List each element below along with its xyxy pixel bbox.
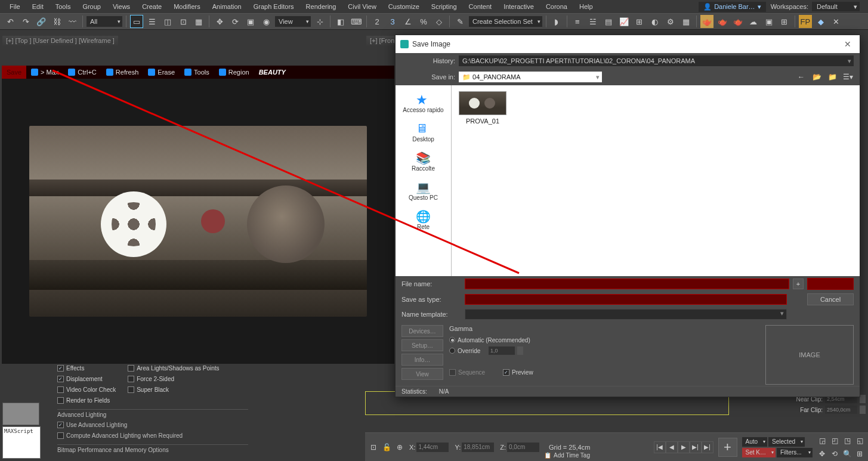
key-filters-button[interactable]: Filters... bbox=[777, 448, 813, 457]
cfb-save-button[interactable]: Save bbox=[2, 66, 26, 79]
isolate-selection-icon[interactable]: ⊡ bbox=[367, 441, 379, 453]
vp-nav-icon[interactable]: ⊞ bbox=[854, 448, 866, 460]
placement-button[interactable]: ◉ bbox=[260, 15, 273, 28]
user-account[interactable]: 👤Daniele Bar…▾ bbox=[699, 2, 765, 12]
link-button[interactable]: 🔗 bbox=[35, 15, 48, 28]
selection-set-dropdown[interactable]: Create Selection Set bbox=[469, 16, 542, 27]
reference-coord-dropdown[interactable]: View bbox=[275, 16, 311, 27]
coord-x-input[interactable]: 1,44cm bbox=[416, 443, 449, 452]
render-activeshade-button[interactable]: 🫖 bbox=[731, 15, 745, 28]
viewport-label[interactable]: [+] [Top ] [User Defined ] [Wireframe ] bbox=[2, 36, 118, 45]
redo-button[interactable]: ↷ bbox=[19, 15, 32, 28]
cancel-button[interactable]: Cancel bbox=[807, 293, 854, 305]
opt-effects[interactable]: ✓Effects bbox=[57, 363, 116, 373]
menu-modifiers[interactable]: Modifiers bbox=[168, 1, 206, 13]
spinner-snap-button[interactable]: ◇ bbox=[433, 15, 446, 28]
menu-views[interactable]: Views bbox=[107, 1, 136, 13]
menu-tools[interactable]: Tools bbox=[50, 1, 77, 13]
select-by-name-button[interactable]: ☰ bbox=[146, 15, 159, 28]
schematic-view-button[interactable]: ⊞ bbox=[633, 15, 646, 28]
cfb-copy-button[interactable]: Ctrl+C bbox=[63, 66, 101, 79]
cfb-to-max-button[interactable]: > Max bbox=[26, 66, 63, 79]
mirror-button[interactable]: ◗ bbox=[550, 15, 563, 28]
render-setup-button[interactable]: ⚙ bbox=[664, 15, 677, 28]
opt-super-black[interactable]: Super Black bbox=[128, 384, 219, 395]
goto-end-button[interactable]: ▶| bbox=[702, 441, 713, 453]
menu-rendering[interactable]: Rendering bbox=[300, 1, 342, 13]
vp-nav-icon[interactable]: ⟲ bbox=[829, 448, 841, 460]
cfb-tools-button[interactable]: Tools bbox=[180, 66, 214, 79]
percent-snap-button[interactable]: % bbox=[417, 15, 430, 28]
rotate-button[interactable]: ⟳ bbox=[228, 15, 242, 28]
gamma-override-input[interactable]: 1,0 bbox=[489, 346, 515, 355]
back-icon[interactable]: ← bbox=[795, 71, 807, 83]
menu-content[interactable]: Content bbox=[463, 1, 498, 13]
vp-nav-icon[interactable]: ◱ bbox=[854, 435, 866, 447]
preview-checkbox[interactable]: ✓Preview bbox=[503, 369, 533, 376]
devices-button[interactable]: Devices… bbox=[401, 325, 443, 337]
viewport-label-front[interactable]: [+] [Fron bbox=[366, 36, 398, 45]
menu-interactive[interactable]: Interactive bbox=[498, 1, 540, 13]
opt-compute-adv-lighting[interactable]: Compute Advanced Lighting when Required bbox=[57, 430, 248, 441]
file-list[interactable]: PROVA_01 bbox=[452, 85, 860, 276]
render-prod-button[interactable]: 🫖 bbox=[700, 15, 713, 28]
menu-scripting[interactable]: Scripting bbox=[425, 1, 463, 13]
curve-editor-button[interactable]: 📈 bbox=[617, 15, 631, 28]
workspaces-dropdown[interactable]: Default bbox=[812, 2, 860, 11]
undo-button[interactable]: ↶ bbox=[4, 15, 17, 28]
opt-render-to-fields[interactable]: Render to Fields bbox=[57, 395, 116, 406]
absolute-mode-icon[interactable]: ⊕ bbox=[394, 441, 406, 453]
vp-nav-icon[interactable]: 🔍 bbox=[841, 448, 853, 460]
time-config-button[interactable]: + bbox=[718, 438, 737, 457]
vp-nav-icon[interactable]: ✥ bbox=[816, 448, 828, 460]
opt-video-color-check[interactable]: Video Color Check bbox=[57, 384, 116, 395]
edit-named-selection-button[interactable]: ✎ bbox=[453, 15, 467, 28]
prev-frame-button[interactable]: ◀ bbox=[666, 441, 678, 453]
forest-pack-button[interactable]: FP bbox=[799, 15, 812, 28]
view-button[interactable]: View bbox=[401, 368, 443, 380]
keyboard-shortcut-button[interactable]: ⌨ bbox=[350, 15, 363, 28]
angle-snap-button[interactable]: ∠ bbox=[401, 15, 415, 28]
select-object-button[interactable]: ▭ bbox=[130, 15, 143, 28]
set-key-button[interactable]: Set K… bbox=[742, 448, 776, 457]
menu-file[interactable]: File bbox=[4, 1, 26, 13]
select-region-crossing-button[interactable]: ▦ bbox=[192, 15, 205, 28]
panorama-button[interactable]: ⊞ bbox=[778, 15, 791, 28]
file-name-input[interactable] bbox=[465, 279, 789, 289]
name-template-dropdown[interactable]: ▾ bbox=[465, 309, 787, 320]
place-desktop[interactable]: 🖥Desktop bbox=[396, 119, 451, 145]
move-button[interactable]: ✥ bbox=[213, 15, 226, 28]
use-pivot-button[interactable]: ⊹ bbox=[313, 15, 326, 28]
snap-2d-button[interactable]: 2 bbox=[370, 15, 384, 28]
menu-group[interactable]: Group bbox=[76, 1, 107, 13]
vp-nav-icon[interactable]: ◰ bbox=[829, 435, 841, 447]
snap-3d-button[interactable]: 3 bbox=[386, 15, 399, 28]
save-as-type-dropdown[interactable] bbox=[465, 294, 787, 305]
menu-corona[interactable]: Corona bbox=[540, 1, 573, 13]
autokey-button[interactable]: Auto bbox=[742, 437, 768, 447]
opt-force-2sided[interactable]: Force 2-Sided bbox=[128, 373, 219, 384]
goto-start-button[interactable]: |◀ bbox=[654, 441, 666, 453]
toggle-ribbon-button[interactable]: ▤ bbox=[602, 15, 615, 28]
script-icon[interactable]: 📋 bbox=[544, 452, 551, 459]
menu-help[interactable]: Help bbox=[573, 1, 599, 13]
menu-animation[interactable]: Animation bbox=[206, 1, 248, 13]
select-manipulate-button[interactable]: ◧ bbox=[334, 15, 347, 28]
file-item[interactable]: PROVA_01 bbox=[458, 91, 508, 125]
coord-z-input[interactable]: 0,0cm bbox=[507, 443, 539, 452]
cfb-refresh-button[interactable]: Refresh bbox=[101, 66, 144, 79]
opt-area-lights[interactable]: Area Lights/Shadows as Points bbox=[128, 363, 219, 373]
close-icon[interactable]: ✕ bbox=[841, 39, 855, 49]
play-button[interactable]: ▶ bbox=[678, 441, 690, 453]
corona-button[interactable]: ◆ bbox=[814, 15, 827, 28]
open-autodesk-button[interactable]: ▣ bbox=[762, 15, 776, 28]
render-frame-button[interactable]: ▦ bbox=[679, 15, 693, 28]
opt-use-adv-lighting[interactable]: ✓Use Advanced Lighting bbox=[57, 419, 248, 430]
cfb-region-button[interactable]: Region bbox=[214, 66, 254, 79]
scale-button[interactable]: ▣ bbox=[244, 15, 257, 28]
view-menu-icon[interactable]: ☰▾ bbox=[842, 71, 854, 83]
coord-y-input[interactable]: 18,851cm bbox=[462, 443, 494, 452]
selection-filter-dropdown[interactable]: All bbox=[87, 16, 122, 27]
select-region-window-button[interactable]: ⊡ bbox=[177, 15, 190, 28]
place-quick-access[interactable]: ★Accesso rapido bbox=[396, 90, 451, 116]
